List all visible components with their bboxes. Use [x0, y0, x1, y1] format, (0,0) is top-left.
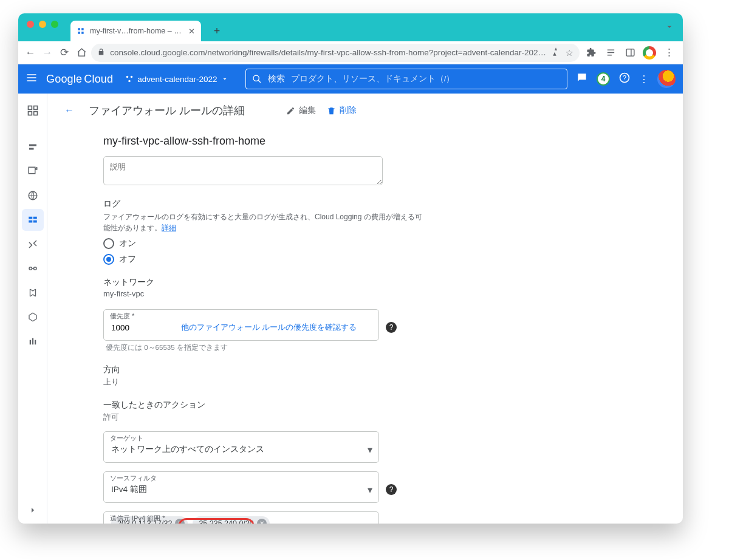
project-picker[interactable]: advent-calendar-2022 — [122, 72, 231, 86]
new-tab-button[interactable]: + — [208, 22, 225, 39]
star-icon[interactable]: ☆ — [566, 48, 573, 58]
extensions-icon[interactable] — [582, 43, 600, 63]
project-icon — [125, 75, 134, 83]
gcp-tab-icon — [77, 27, 85, 35]
nav-reload-button[interactable]: ⟳ — [57, 43, 72, 63]
nav-item-2[interactable] — [22, 160, 44, 182]
browser-menu-icon[interactable]: ⋮ — [660, 43, 678, 63]
nav-peering-icon[interactable] — [22, 258, 44, 279]
nav-serverless-icon[interactable] — [22, 306, 44, 328]
svg-rect-12 — [33, 112, 37, 115]
svg-rect-9 — [28, 106, 32, 110]
logo-google: Google — [46, 73, 82, 86]
priority-input[interactable] — [111, 323, 148, 332]
log-off-radio[interactable]: オフ — [103, 254, 423, 265]
svg-rect-24 — [29, 340, 30, 345]
nav-vpc-icon[interactable] — [22, 100, 44, 121]
log-on-radio[interactable]: オン — [103, 238, 423, 249]
main-content: ← ファイアウォール ルールの詳細 編集 削除 my-first-vpc-all… — [47, 94, 683, 524]
window-titlebar: my-first-v…from-home – ファイ ✕ + — [18, 13, 683, 41]
svg-rect-10 — [33, 106, 37, 110]
ip-chip-highlighted[interactable]: 35.235.240.0/20✕ — [193, 516, 269, 524]
log-on-label: オン — [119, 238, 136, 249]
sidepanel-icon[interactable] — [621, 43, 639, 63]
target-field[interactable]: ターゲット ネットワーク上のすべてのインスタンス ▾ — [103, 431, 379, 463]
source-filter-label: ソースフィルタ — [110, 474, 157, 483]
svg-rect-25 — [32, 338, 33, 345]
logo-cloud: Cloud — [84, 73, 113, 86]
omnibox[interactable]: console.cloud.google.com/networking/fire… — [91, 44, 580, 62]
svg-rect-14 — [29, 148, 34, 150]
gcp-search[interactable]: 検索 プロダクト、リソース、ドキュメント（/） — [245, 69, 567, 89]
source-ips-label: 送信元 IPv4 範囲 * — [110, 514, 165, 523]
gcp-topbar: Google Cloud advent-calendar-2022 検索 プロダ… — [18, 64, 683, 94]
description-input[interactable] — [103, 156, 383, 185]
chevron-down-icon — [221, 75, 228, 83]
radio-off-icon — [103, 238, 114, 249]
traffic-lights — [27, 21, 58, 28]
ip-chip-text: 35.235.240.0/20 — [199, 519, 253, 524]
omnibox-url: console.cloud.google.com/networking/fire… — [110, 48, 546, 57]
nav-menu-icon[interactable] — [26, 72, 38, 86]
svg-line-6 — [258, 80, 261, 83]
browser-tab[interactable]: my-first-v…from-home – ファイ ✕ — [70, 21, 201, 41]
radio-on-icon — [103, 254, 114, 265]
translate-icon[interactable] — [551, 47, 561, 58]
priority-field[interactable]: 優先度 * 他のファイアウォール ルールの優先度を確認する ? — [103, 309, 379, 341]
back-button[interactable]: ← — [61, 102, 78, 119]
chevron-down-icon: ▾ — [368, 444, 372, 456]
nav-item-3[interactable] — [22, 185, 44, 207]
action-value: 許可 — [103, 412, 423, 423]
svg-text:?: ? — [623, 74, 626, 81]
profile-icon[interactable] — [640, 43, 659, 63]
nav-back-button[interactable]: ← — [23, 43, 38, 63]
search-icon — [252, 74, 262, 84]
gcp-logo[interactable]: Google Cloud — [46, 73, 113, 86]
minimize-window-button[interactable] — [39, 21, 46, 28]
svg-rect-19 — [29, 220, 32, 223]
help-icon[interactable]: ? — [386, 484, 397, 495]
expand-nav-icon[interactable] — [28, 505, 38, 517]
account-avatar[interactable] — [657, 70, 676, 88]
source-ips-field[interactable]: 送信元 IPv4 範囲 * 203.0.113.17/32✕ 35.235.24… — [103, 511, 379, 524]
help-icon[interactable]: ? — [386, 322, 397, 333]
search-prefix: 検索 — [268, 73, 285, 84]
rule-name: my-first-vpc-allow-ssh-from-home — [103, 135, 423, 148]
notifications-badge[interactable]: 4 — [597, 72, 610, 86]
network-label: ネットワーク — [103, 277, 423, 288]
zoom-window-button[interactable] — [51, 21, 58, 28]
nav-shared-icon[interactable] — [22, 282, 44, 304]
chevron-down-icon: ▾ — [368, 484, 372, 496]
nav-forward-button[interactable]: → — [40, 43, 55, 63]
action-label: 一致したときのアクション — [103, 400, 423, 411]
svg-point-21 — [29, 267, 32, 270]
chip-remove-icon[interactable]: ✕ — [175, 519, 185, 524]
svg-point-4 — [129, 80, 131, 83]
more-icon[interactable]: ⋮ — [639, 73, 649, 85]
address-bar: ← → ⟳ console.cloud.google.com/networkin… — [18, 41, 683, 64]
reading-list-icon[interactable] — [601, 43, 620, 63]
nav-routes-icon[interactable] — [22, 233, 44, 255]
nav-item-1[interactable] — [22, 136, 44, 158]
window-menu-chevron-icon[interactable] — [665, 22, 674, 32]
nav-home-button[interactable] — [74, 43, 89, 63]
delete-label: 削除 — [340, 105, 357, 116]
svg-rect-20 — [33, 220, 36, 223]
chat-icon[interactable] — [576, 72, 588, 86]
log-details-link[interactable]: 詳細 — [162, 224, 176, 232]
source-filter-field[interactable]: ソースフィルタ IPv4 範囲 ▾ ? — [103, 471, 379, 503]
nav-firewall-icon[interactable] — [22, 209, 44, 231]
edit-button[interactable]: 編集 — [286, 105, 316, 116]
priority-check-link[interactable]: 他のファイアウォール ルールの優先度を確認する — [181, 323, 357, 333]
chip-remove-icon[interactable]: ✕ — [257, 519, 267, 524]
nav-mirroring-icon[interactable] — [22, 330, 44, 352]
delete-button[interactable]: 削除 — [327, 105, 357, 116]
page-title: ファイアウォール ルールの詳細 — [89, 103, 245, 118]
tab-close-icon[interactable]: ✕ — [188, 27, 195, 36]
svg-rect-26 — [35, 340, 36, 345]
left-nav — [18, 94, 47, 524]
close-window-button[interactable] — [27, 21, 34, 28]
svg-rect-17 — [29, 217, 32, 219]
log-help: ファイアウォールのログを有効にすると大量のログが生成され、Cloud Loggi… — [103, 211, 423, 233]
help-icon[interactable]: ? — [618, 72, 631, 86]
